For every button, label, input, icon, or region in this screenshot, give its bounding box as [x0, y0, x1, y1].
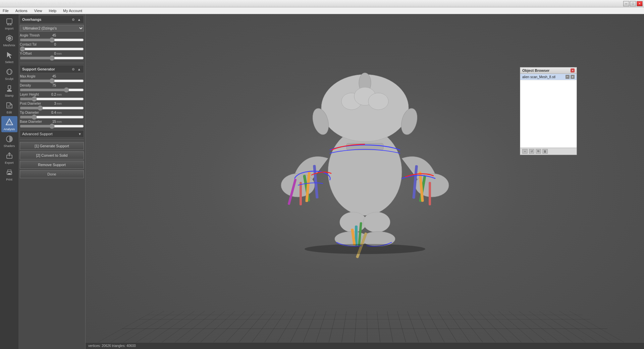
contact-tol-slider[interactable]	[20, 47, 84, 51]
menu-file[interactable]: File	[1, 8, 10, 13]
maximize-button[interactable]: □	[630, 1, 636, 6]
select-label: Select	[5, 60, 13, 64]
overhangs-section-header: Overhangs ⚙ ▲	[20, 15, 84, 23]
layer-height-slider[interactable]	[20, 97, 84, 101]
angle-thresh-slider[interactable]	[20, 38, 84, 42]
ob-add-button[interactable]: +	[522, 149, 528, 154]
sidebar-item-analysis[interactable]: Analysis	[1, 116, 17, 132]
object-item-edit-icon[interactable]: ✏	[566, 75, 570, 79]
minimize-button[interactable]: ─	[623, 1, 629, 6]
max-angle-label: Max Angle	[20, 74, 47, 78]
tip-diam-slider[interactable]	[20, 115, 84, 119]
sidebar-item-print[interactable]: Print	[1, 166, 17, 183]
support-gen-settings-icon[interactable]: ⚙	[71, 67, 75, 71]
post-diam-unit: mm	[57, 102, 63, 105]
support-gen-collapse-icon[interactable]: ▲	[77, 67, 82, 71]
density-label: Density	[20, 84, 47, 87]
angle-thresh-row: Angle Thresh 45	[20, 34, 84, 37]
angle-thresh-value: 45	[47, 34, 56, 37]
object-browser-footer: + ↺ ⧉ 🗑	[520, 148, 577, 155]
angle-thresh-label: Angle Thresh	[20, 34, 47, 37]
svg-rect-0	[7, 19, 12, 23]
object-item-eye-icon[interactable]: 👁	[571, 75, 575, 79]
menu-actions[interactable]: Actions	[14, 8, 29, 13]
density-slider[interactable]	[20, 88, 84, 92]
generate-support-button[interactable]: [1] Generate Support	[20, 142, 84, 150]
ob-delete-button[interactable]: 🗑	[542, 149, 548, 154]
max-angle-row: Max Angle 45	[20, 74, 84, 78]
contact-tol-row: Contact Tol 0	[20, 43, 84, 46]
status-text: vertices: 20626 triangles: 40600	[88, 344, 136, 348]
divider-2	[20, 140, 84, 140]
post-diam-slider[interactable]	[20, 106, 84, 110]
done-button[interactable]: Done	[20, 170, 84, 178]
stamp-label: Stamp	[5, 94, 13, 97]
y-offset-unit: mm	[57, 52, 63, 55]
select-icon	[5, 50, 14, 60]
svg-rect-42	[429, 182, 431, 205]
ob-history-button[interactable]: ↺	[529, 149, 534, 154]
svg-rect-7	[8, 89, 10, 90]
y-offset-slider[interactable]	[20, 56, 84, 60]
stamp-icon	[5, 84, 14, 93]
sidebar-item-export[interactable]: Export	[1, 150, 17, 166]
overhangs-collapse-icon[interactable]: ▲	[77, 17, 82, 22]
printer-dropdown[interactable]: Ultimaker2 (Dzingo's	[20, 25, 84, 32]
contact-tol-track[interactable]	[20, 47, 84, 52]
angle-thresh-track[interactable]	[20, 38, 84, 43]
remove-support-button[interactable]: Remove Support	[20, 161, 84, 169]
sidebar-item-stamp[interactable]: Stamp	[1, 83, 17, 99]
y-offset-label: Y-Offset	[20, 52, 47, 55]
import-label: Import	[5, 27, 14, 30]
svg-point-45	[305, 244, 425, 254]
base-diam-track[interactable]	[20, 124, 84, 129]
menu-help[interactable]: Help	[47, 8, 58, 13]
base-diam-slider[interactable]	[20, 124, 84, 128]
contact-tol-label: Contact Tol	[20, 43, 47, 46]
layer-height-label: Layer Height	[20, 93, 47, 96]
viewport[interactable]	[86, 14, 644, 349]
sculpt-label: Sculpt	[5, 77, 13, 81]
support-gen-title: Support Generator	[22, 67, 55, 71]
sidebar: Import Meshmix Select Sculpt Stamp Edit	[0, 14, 18, 349]
max-angle-slider[interactable]	[20, 79, 84, 83]
object-browser-title: Object Browser	[522, 68, 549, 72]
object-browser-item[interactable]: alien scan_Mesh_8.stl ✏ 👁	[520, 74, 577, 80]
sidebar-item-meshmix[interactable]: Meshmix	[1, 32, 17, 48]
convert-to-solid-button[interactable]: [2] Convert to Solid	[20, 151, 84, 159]
sidebar-item-import[interactable]: Import	[1, 15, 17, 32]
menu-myaccount[interactable]: My Account	[62, 8, 84, 13]
sidebar-item-shaders[interactable]: Shaders	[1, 133, 17, 149]
post-diam-track[interactable]	[20, 106, 84, 111]
sidebar-item-sculpt[interactable]: Sculpt	[1, 66, 17, 82]
y-offset-track[interactable]	[20, 56, 84, 61]
layer-height-row: Layer Height 0.2 mm	[20, 93, 84, 96]
shaders-label: Shaders	[4, 144, 15, 148]
advanced-support-label: Advanced Support	[22, 132, 53, 136]
sidebar-item-select[interactable]: Select	[1, 49, 17, 65]
tip-diam-track[interactable]	[20, 115, 84, 120]
close-button[interactable]: ✕	[637, 1, 643, 6]
layer-height-track[interactable]	[20, 97, 84, 102]
density-track[interactable]	[20, 88, 84, 93]
sidebar-item-edit[interactable]: Edit	[1, 99, 17, 115]
sculpt-icon	[5, 67, 14, 77]
max-angle-track[interactable]	[20, 79, 84, 84]
base-diam-unit: mm	[57, 120, 63, 123]
object-browser-close-button[interactable]: ✕	[571, 68, 575, 72]
print-icon	[5, 168, 14, 177]
edit-icon	[5, 101, 14, 110]
menu-view[interactable]: View	[33, 8, 44, 13]
overhangs-settings-icon[interactable]: ⚙	[71, 17, 75, 22]
advanced-support-header[interactable]: Advanced Support ▼	[20, 130, 84, 138]
model-container	[264, 31, 466, 266]
print-label: Print	[6, 178, 12, 181]
svg-rect-5	[8, 86, 11, 89]
object-browser-header: Object Browser ✕	[520, 67, 577, 74]
ob-duplicate-button[interactable]: ⧉	[536, 149, 541, 154]
svg-point-4	[8, 69, 11, 74]
svg-point-22	[368, 93, 388, 110]
title-bar-buttons: ─ □ ✕	[623, 1, 643, 6]
tip-diam-unit: mm	[57, 111, 63, 114]
tip-diam-label: Tip Diameter	[20, 111, 47, 114]
